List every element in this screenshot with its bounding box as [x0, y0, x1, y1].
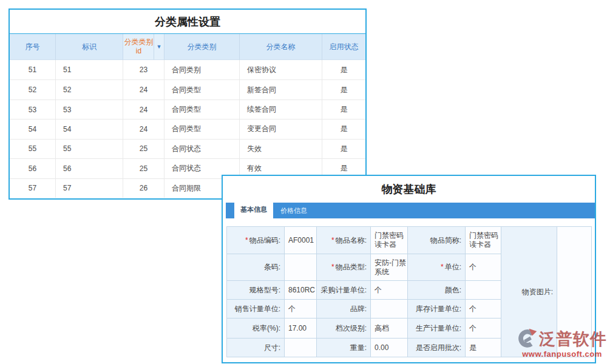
tab-bar: 基本信息 价格信息 [226, 203, 595, 218]
cell-category-id: 24 [123, 120, 164, 138]
cell-category-name: 保密协议 [239, 60, 322, 79]
purchase-unit-field[interactable]: 个 [371, 281, 408, 300]
table-row[interactable]: 52 52 24 合同类型 新签合同 是 [10, 79, 365, 99]
purchase-unit-label: 采购计量单位: [317, 281, 371, 300]
material-image-field[interactable] [557, 227, 591, 357]
table-header-row: 序号 标识 分类类别id ▼ 分类类别 分类名称 启用状态 [10, 34, 365, 60]
size-label: 尺寸: [227, 339, 285, 357]
unit-field[interactable]: 个 [466, 254, 501, 281]
table-row[interactable]: 51 51 23 合同类别 保密协议 是 [10, 60, 365, 79]
item-code-field[interactable]: AF0001 [285, 227, 317, 254]
cell-category-type: 合同状态 [164, 140, 239, 158]
cell-category-id: 25 [123, 159, 164, 178]
required-mark: * [441, 263, 444, 272]
panel2-title: 物资基础库 [223, 176, 595, 203]
material-base-panel: 物资基础库 基本信息 价格信息 物资图片: *物品编码: AF0001 *物品名… [222, 175, 596, 363]
batch-enabled-field[interactable]: 是 [466, 339, 501, 357]
grade-level-field[interactable]: 高档 [371, 318, 408, 339]
cell-category-name: 新签合同 [239, 80, 322, 99]
color-label: 颜色: [408, 281, 466, 300]
tab-basic-info[interactable]: 基本信息 [234, 201, 273, 218]
cell-identifier: 56 [55, 159, 123, 178]
cell-identifier: 55 [55, 140, 123, 158]
cell-identifier: 53 [55, 100, 123, 119]
cell-category-type: 合同类别 [164, 60, 239, 79]
cell-category-type: 合同类型 [164, 80, 239, 99]
cell-category-type: 合同类型 [164, 100, 239, 119]
grade-level-label: 档次级别: [317, 318, 371, 339]
cell-category-id: 24 [123, 80, 164, 99]
column-header-category-id-label: 分类类别id [124, 38, 154, 56]
required-mark: * [245, 236, 248, 245]
cell-enabled: 是 [322, 140, 365, 158]
weight-field[interactable]: 0.00 [371, 339, 408, 357]
sales-unit-label: 销售计量单位: [227, 300, 285, 318]
item-name-field[interactable]: 门禁密码读卡器 [371, 227, 408, 254]
cell-seq: 52 [10, 80, 55, 99]
column-header-category-id[interactable]: 分类类别id ▼ [123, 34, 164, 60]
cell-category-type: 合同类型 [164, 120, 239, 138]
unit-label: *单位: [408, 254, 466, 281]
category-attribute-panel: 分类属性设置 序号 标识 分类类别id ▼ 分类类别 分类名称 启用状态 51 … [8, 8, 367, 200]
cell-identifier: 52 [55, 80, 123, 99]
cell-seq: 56 [10, 159, 55, 178]
stock-unit-field[interactable]: 个 [466, 300, 501, 318]
panel1-title: 分类属性设置 [10, 10, 365, 34]
required-mark: * [331, 236, 334, 245]
barcode-label: 条码: [227, 254, 285, 281]
brand-label: 品牌: [317, 300, 371, 318]
production-unit-field[interactable]: 个 [466, 318, 501, 339]
cell-identifier: 54 [55, 120, 123, 138]
cell-category-name: 续签合同 [239, 100, 322, 119]
item-short-name-label: 物品简称: [408, 227, 466, 254]
barcode-field[interactable] [285, 254, 317, 281]
cell-category-name: 失效 [239, 140, 322, 158]
table-row[interactable]: 55 55 25 合同状态 失效 是 [10, 139, 365, 158]
cell-category-id: 23 [123, 60, 164, 79]
tax-rate-label: 税率(%): [227, 318, 285, 339]
stock-unit-label: 库存计量单位: [408, 300, 466, 318]
column-header-category-name[interactable]: 分类名称 [239, 34, 322, 60]
cell-seq: 55 [10, 140, 55, 158]
sort-desc-icon[interactable]: ▼ [154, 34, 164, 59]
cell-enabled: 是 [322, 100, 365, 119]
cell-seq: 54 [10, 120, 55, 138]
item-type-label: *物品类型: [317, 254, 371, 281]
column-header-identifier[interactable]: 标识 [55, 34, 123, 60]
material-image-label: 物资图片: [501, 227, 557, 357]
cell-category-id: 26 [123, 179, 164, 198]
cell-identifier: 51 [55, 60, 123, 79]
item-short-name-field[interactable]: 门禁密码读卡器 [466, 227, 501, 254]
column-header-seq[interactable]: 序号 [10, 34, 55, 60]
brand-field[interactable] [371, 300, 408, 318]
required-mark: * [331, 263, 334, 272]
cell-seq: 57 [10, 179, 55, 198]
color-field[interactable] [466, 281, 501, 300]
tab-price-info[interactable]: 价格信息 [273, 203, 314, 218]
production-unit-label: 生产计量单位: [408, 318, 466, 339]
tax-rate-field[interactable]: 17.00 [285, 318, 317, 339]
item-type-field[interactable]: 安防-门禁系统 [371, 254, 408, 281]
table-row[interactable]: 54 54 24 合同类型 变更合同 是 [10, 119, 365, 138]
cell-seq: 51 [10, 60, 55, 79]
size-field[interactable] [285, 339, 317, 357]
item-name-label: *物品名称: [317, 227, 371, 254]
column-header-enabled[interactable]: 启用状态 [322, 34, 365, 60]
cell-category-name: 变更合同 [239, 120, 322, 138]
sales-unit-field[interactable]: 个 [285, 300, 317, 318]
cell-category-id: 25 [123, 140, 164, 158]
weight-label: 重量: [317, 339, 371, 357]
cell-enabled: 是 [322, 80, 365, 99]
cell-enabled: 是 [322, 120, 365, 138]
cell-seq: 53 [10, 100, 55, 119]
table-row[interactable]: 53 53 24 合同类型 续签合同 是 [10, 99, 365, 119]
cell-identifier: 57 [55, 179, 123, 198]
spec-model-field[interactable]: 8610RC [285, 281, 317, 300]
spec-model-label: 规格型号: [227, 281, 285, 300]
item-code-label: *物品编码: [227, 227, 285, 254]
cell-enabled: 是 [322, 60, 365, 79]
cell-category-id: 24 [123, 100, 164, 119]
batch-enabled-label: 是否启用批次: [408, 339, 466, 357]
basic-info-form: 物资图片: *物品编码: AF0001 *物品名称: 门禁密码读卡器 物品简称:… [223, 218, 595, 357]
column-header-category-type[interactable]: 分类类别 [164, 34, 239, 60]
